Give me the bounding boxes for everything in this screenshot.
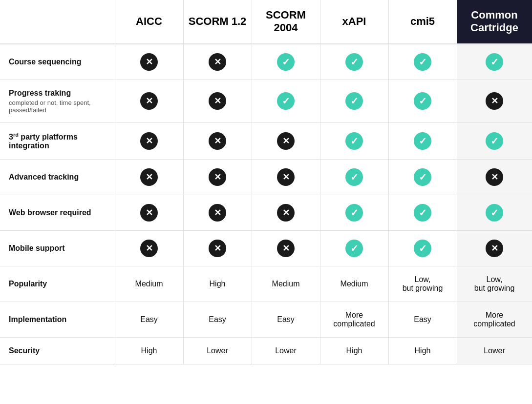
table-cell: Low,but growing — [388, 266, 457, 302]
cross-icon: ✕ — [140, 168, 158, 186]
col-header-scorm12: SCORM 1.2 — [183, 0, 252, 44]
check-icon: ✓ — [345, 92, 363, 110]
col-header-cmi5: cmi5 — [388, 0, 457, 44]
table-cell: Lower — [183, 338, 252, 364]
cross-icon: ✕ — [486, 240, 503, 257]
table-cell: Lower — [457, 338, 532, 364]
table-cell: ✕ — [252, 195, 320, 231]
check-icon: ✓ — [486, 204, 503, 222]
table-cell: ✓ — [320, 80, 388, 122]
table-cell: ✕ — [115, 44, 183, 80]
check-icon: ✓ — [414, 204, 431, 222]
check-icon: ✓ — [345, 168, 363, 186]
cell-text: Lower — [275, 346, 297, 355]
cross-icon: ✕ — [209, 53, 226, 71]
table-cell: ✕ — [457, 80, 532, 122]
cell-text: High — [346, 346, 362, 355]
table-cell: Medium — [115, 266, 183, 302]
cell-text: Easy — [140, 315, 158, 323]
check-icon: ✓ — [414, 92, 431, 110]
table-cell: ✕ — [183, 160, 252, 195]
table-cell: ✕ — [115, 122, 183, 159]
table-cell: ✕ — [183, 122, 252, 159]
cell-text: High — [141, 346, 157, 355]
feature-label: 3rd party platforms integration — [0, 122, 115, 159]
col-header-feature — [0, 0, 115, 44]
col-header-cc: Common Cartridge — [457, 0, 532, 44]
table-cell: ✕ — [252, 160, 320, 195]
table-cell: ✓ — [388, 122, 457, 159]
table-cell: Medium — [252, 266, 320, 302]
check-icon: ✓ — [414, 168, 431, 186]
cross-icon: ✕ — [140, 92, 158, 110]
feature-sub: completed or not, time spent, passed/fai… — [9, 99, 110, 114]
comparison-table-container: AICC SCORM 1.2 SCORM 2004 xAPI cmi5 Comm… — [0, 0, 532, 364]
cross-icon: ✕ — [209, 92, 226, 110]
table-cell: ✕ — [183, 80, 252, 122]
table-cell: Easy — [388, 302, 457, 338]
table-cell: Low,but growing — [457, 266, 532, 302]
check-icon: ✓ — [345, 240, 363, 257]
table-cell: Lower — [252, 338, 320, 364]
feature-label: Popularity — [0, 266, 115, 302]
check-icon: ✓ — [345, 132, 363, 150]
cross-icon: ✕ — [277, 132, 295, 150]
check-icon: ✓ — [486, 53, 503, 71]
table-cell: ✕ — [115, 231, 183, 266]
table-cell: ✓ — [388, 231, 457, 266]
table-cell: ✕ — [252, 122, 320, 159]
table-cell: ✕ — [457, 160, 532, 195]
table-cell: ✓ — [388, 80, 457, 122]
table-cell: ✓ — [388, 195, 457, 231]
table-cell: ✕ — [252, 231, 320, 266]
cross-icon: ✕ — [486, 168, 503, 186]
table-cell: ✕ — [457, 231, 532, 266]
table-cell: Easy — [252, 302, 320, 338]
table-cell: ✓ — [388, 160, 457, 195]
table-cell: ✓ — [320, 195, 388, 231]
col-header-scorm2004: SCORM 2004 — [252, 0, 320, 44]
feature-label: Course sequencing — [0, 44, 115, 80]
table-cell: ✕ — [183, 195, 252, 231]
cell-text: Low,but growing — [474, 275, 515, 292]
table-cell: Easy — [115, 302, 183, 338]
cross-icon: ✕ — [140, 240, 158, 257]
table-cell: ✓ — [252, 44, 320, 80]
cell-text: Easy — [277, 315, 295, 323]
cell-text: Medium — [272, 280, 300, 288]
table-cell: ✓ — [320, 122, 388, 159]
cell-text: Low,but growing — [403, 275, 443, 292]
cell-text: Easy — [209, 315, 226, 323]
cross-icon: ✕ — [140, 204, 158, 222]
cell-text: Medium — [135, 280, 163, 288]
cross-icon: ✕ — [277, 168, 295, 186]
check-icon: ✓ — [277, 53, 295, 71]
table-cell: ✓ — [388, 44, 457, 80]
cross-icon: ✕ — [209, 204, 226, 222]
cell-text: High — [210, 280, 226, 288]
feature-label: Progress trakingcompleted or not, time s… — [0, 80, 115, 122]
table-cell: ✓ — [320, 160, 388, 195]
table-cell: Morecomplicated — [457, 302, 532, 338]
cell-text: Lower — [484, 346, 505, 355]
cross-icon: ✕ — [140, 53, 158, 71]
check-icon: ✓ — [486, 132, 503, 150]
cross-icon: ✕ — [277, 240, 295, 257]
cell-text: Easy — [414, 315, 431, 323]
cell-text: Medium — [340, 280, 368, 288]
table-cell: High — [320, 338, 388, 364]
cross-icon: ✕ — [486, 92, 503, 110]
feature-label: Security — [0, 338, 115, 364]
feature-label: Mobile support — [0, 231, 115, 266]
check-icon: ✓ — [414, 53, 431, 71]
comparison-table: AICC SCORM 1.2 SCORM 2004 xAPI cmi5 Comm… — [0, 0, 532, 364]
cell-text: High — [415, 346, 431, 355]
check-icon: ✓ — [414, 240, 431, 257]
table-cell: Medium — [320, 266, 388, 302]
col-header-xapi: xAPI — [320, 0, 388, 44]
check-icon: ✓ — [345, 53, 363, 71]
check-icon: ✓ — [277, 92, 295, 110]
cross-icon: ✕ — [209, 132, 226, 150]
cross-icon: ✕ — [277, 204, 295, 222]
table-cell: Easy — [183, 302, 252, 338]
